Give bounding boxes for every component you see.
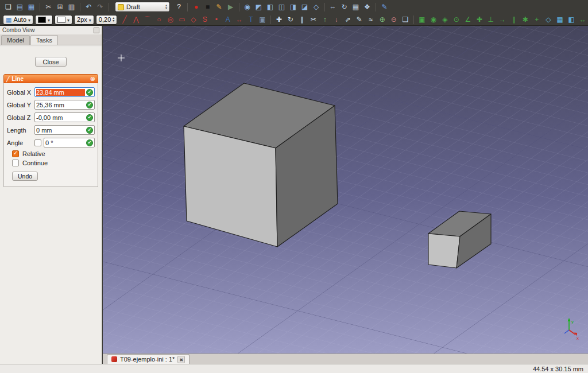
line-color-button[interactable]	[35, 15, 53, 25]
view-top-icon[interactable]: ◫	[276, 2, 287, 13]
tab-model[interactable]: Model	[1, 35, 30, 45]
draft-downgrade-icon[interactable]: ↓	[331, 14, 342, 25]
snap-intersection-icon[interactable]: ✚	[474, 14, 485, 25]
snap-parallel-icon[interactable]: ∥	[508, 14, 519, 25]
snap-special-icon[interactable]: ✱	[520, 14, 531, 25]
dependency-graph-icon[interactable]: ❖	[362, 2, 373, 13]
draft-add-point-icon[interactable]: ⊕	[377, 14, 388, 25]
snap-lock-icon[interactable]: ▣	[416, 14, 427, 25]
float-panel-icon[interactable]	[94, 28, 99, 33]
copy-icon[interactable]: ⊞	[55, 2, 65, 13]
3d-canvas[interactable]: y x	[103, 26, 588, 353]
scale-spinbox[interactable]: 0,20 ▴▾	[96, 15, 117, 25]
open-file-icon[interactable]: ▤	[14, 2, 25, 13]
workbench-selector[interactable]: Draft ▴▾	[115, 2, 170, 12]
new-document-icon[interactable]: ❏	[3, 2, 14, 13]
measure-distance-icon[interactable]: ⇔	[327, 2, 338, 13]
draft-polygon-icon[interactable]: ◇	[188, 14, 199, 25]
working-plane-auto-button[interactable]: Auto	[3, 15, 33, 25]
snap-working-plane-icon[interactable]: ◧	[566, 14, 577, 25]
draft-annotate-icon[interactable]: ✎	[379, 2, 390, 13]
scene-inspector-icon[interactable]: ▦	[350, 2, 361, 13]
working-plane-icon	[6, 16, 11, 24]
global-z-row: Global Z -0,00 mm	[7, 112, 95, 122]
draft-edit-icon[interactable]: ✎	[354, 14, 365, 25]
draft-bspline-icon[interactable]: S	[199, 14, 210, 25]
redo-icon[interactable]: ↷	[95, 2, 106, 13]
angle-lock-checkbox[interactable]	[34, 139, 41, 146]
toolbar-separator	[239, 3, 239, 11]
macro-play-icon[interactable]: ▶	[225, 2, 236, 13]
macro-edit-icon[interactable]: ✎	[214, 2, 225, 13]
refresh-view-icon[interactable]: ↻	[339, 2, 350, 13]
global-z-label: Global Z	[7, 114, 32, 121]
global-x-label: Global X	[7, 89, 32, 96]
line-width-select[interactable]: 2px	[74, 15, 94, 25]
draft-wire-to-bspline-icon[interactable]: ≈	[365, 14, 376, 25]
toolbar-separator	[80, 3, 80, 11]
snap-grid-icon[interactable]: ▦	[554, 14, 565, 25]
draft-circle-icon[interactable]: ○	[153, 14, 164, 25]
snap-near-icon[interactable]: +	[531, 14, 542, 25]
global-x-input[interactable]: 23,84 mm	[34, 87, 95, 97]
angle-input[interactable]: 0 °	[44, 138, 95, 147]
draft-upgrade-icon[interactable]: ↑	[319, 14, 330, 25]
close-document-icon[interactable]	[177, 356, 185, 363]
document-tab[interactable]: T09-ejemplo-ini : 1*	[107, 354, 189, 364]
whats-this-icon[interactable]: ?	[173, 2, 184, 13]
close-task-button[interactable]: Close	[35, 57, 66, 67]
face-color-button[interactable]	[55, 15, 72, 25]
status-bar: 44.54 x 30.15 mm	[0, 364, 588, 373]
view-left-icon[interactable]: ◇	[311, 2, 322, 13]
relative-option: Relative	[12, 150, 95, 157]
3d-viewport[interactable]: y x	[103, 26, 588, 353]
draft-facebinder-icon[interactable]: ▣	[257, 14, 268, 25]
view-rear-icon[interactable]: ◪	[299, 2, 310, 13]
draft-delete-point-icon[interactable]: ⊖	[388, 14, 399, 25]
tab-tasks[interactable]: Tasks	[30, 35, 58, 45]
draft-arc-icon[interactable]: ⌒	[142, 14, 153, 25]
view-axonometric-icon[interactable]: ◩	[253, 2, 264, 13]
global-z-input[interactable]: -0,00 mm	[34, 112, 95, 122]
draft-move-icon[interactable]: ✚	[273, 14, 284, 25]
snap-center-icon[interactable]: ⊙	[451, 14, 462, 25]
length-input[interactable]: 0 mm	[34, 125, 95, 135]
cut-icon[interactable]: ✂	[43, 2, 54, 13]
collapse-panel-icon[interactable]	[90, 75, 95, 83]
draft-text-icon[interactable]: A	[222, 14, 233, 25]
draft-dimension-icon[interactable]: ↔	[234, 14, 245, 25]
snap-angle-icon[interactable]: ∠	[462, 14, 473, 25]
draft-shapestring-icon[interactable]: T	[245, 14, 256, 25]
draft-ellipse-icon[interactable]: ◎	[165, 14, 176, 25]
relative-checkbox[interactable]	[12, 150, 19, 157]
view-right-icon[interactable]: ◨	[288, 2, 299, 13]
paste-icon[interactable]: ▥	[66, 2, 77, 13]
draft-shape2dview-icon[interactable]: ❏	[400, 14, 411, 25]
snap-midpoint-icon[interactable]: ◈	[439, 14, 450, 25]
draft-rotate-icon[interactable]: ↻	[285, 14, 296, 25]
view-fit-all-icon[interactable]: ◉	[242, 2, 253, 13]
toolbar-separator	[109, 3, 109, 11]
snap-ortho-icon[interactable]: ◇	[543, 14, 554, 25]
snap-endpoint-icon[interactable]: ◉	[428, 14, 439, 25]
macro-stop-icon[interactable]: ■	[202, 2, 213, 13]
draft-point-icon[interactable]: •	[211, 14, 222, 25]
draft-line-icon[interactable]: ╱	[119, 14, 130, 25]
draft-offset-icon[interactable]: ∥	[296, 14, 307, 25]
chevron-down-icon	[28, 16, 30, 23]
draft-trimex-icon[interactable]: ✂	[308, 14, 319, 25]
draft-rectangle-icon[interactable]: ▭	[176, 14, 187, 25]
global-y-input[interactable]: 25,36 mm	[34, 100, 95, 110]
draft-scale-icon[interactable]: ⇗	[342, 14, 353, 25]
undo-icon[interactable]: ↶	[83, 2, 94, 13]
snap-perpendicular-icon[interactable]: ⊥	[485, 14, 496, 25]
save-icon[interactable]: ▦	[26, 2, 37, 13]
undo-button[interactable]: Undo	[12, 172, 38, 181]
snap-extension-icon[interactable]: →	[497, 14, 508, 25]
macro-record-icon[interactable]: ●	[191, 2, 202, 13]
view-front-icon[interactable]: ◧	[265, 2, 276, 13]
global-y-value: 25,36 mm	[36, 102, 85, 108]
snap-dimensions-icon[interactable]: ↔	[577, 14, 588, 25]
continue-checkbox[interactable]	[12, 160, 19, 166]
draft-wire-icon[interactable]: ⋀	[130, 14, 141, 25]
